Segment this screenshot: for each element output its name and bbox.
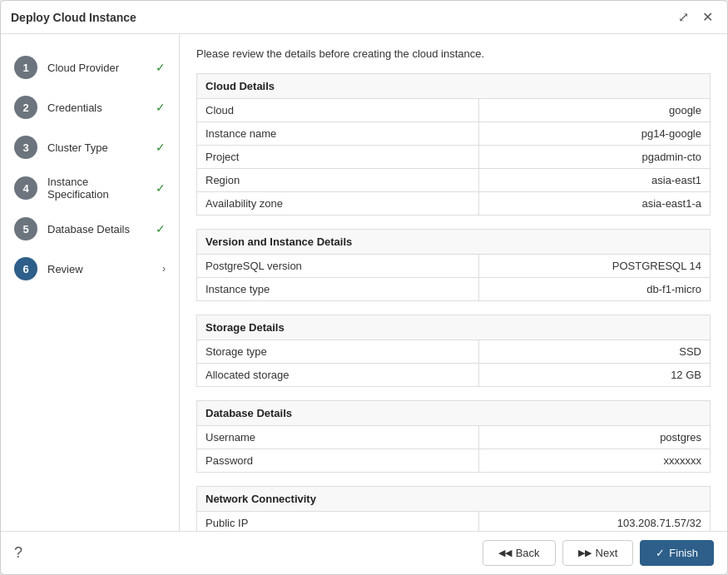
section-header-2: Storage Details: [196, 315, 711, 340]
cell-label-1-0: PostgreSQL version: [197, 255, 479, 278]
sidebar-step-5[interactable]: 5Database Details✓: [1, 209, 179, 249]
cell-label-0-0: Cloud: [197, 99, 479, 122]
step-number-6: 6: [14, 257, 37, 280]
step-number-3: 3: [14, 136, 37, 159]
cell-value-2-1: 12 GB: [479, 364, 711, 387]
cell-label-0-2: Project: [197, 146, 479, 169]
step-check-3: ✓: [156, 141, 166, 154]
table-row: Usernamepostgres: [197, 426, 711, 449]
cell-label-1-1: Instance type: [197, 278, 479, 301]
cell-label-3-0: Username: [197, 426, 479, 449]
dialog-title: Deploy Cloud Instance: [11, 11, 136, 24]
cell-value-0-4: asia-east1-a: [479, 192, 711, 216]
table-row: Regionasia-east1: [197, 169, 711, 192]
section-table-2: Storage typeSSDAllocated storage12 GB: [196, 340, 711, 387]
titlebar-actions: ⤢ ✕: [674, 7, 717, 27]
cell-label-2-0: Storage type: [197, 340, 479, 364]
cell-value-4-0: 103.208.71.57/32: [479, 512, 711, 532]
step-label-1: Cloud Provider: [47, 62, 146, 74]
cell-label-0-4: Availability zone: [197, 192, 479, 216]
cell-value-0-1: pg14-google: [479, 122, 711, 146]
step-label-2: Credentials: [47, 102, 146, 114]
sidebar: 1Cloud Provider✓2Credentials✓3Cluster Ty…: [1, 34, 180, 531]
deploy-cloud-instance-dialog: Deploy Cloud Instance ⤢ ✕ 1Cloud Provide…: [0, 0, 728, 575]
dialog-body: 1Cloud Provider✓2Credentials✓3Cluster Ty…: [1, 34, 727, 531]
section-table-3: UsernamepostgresPasswordxxxxxxx: [196, 425, 711, 473]
step-check-5: ✓: [156, 222, 166, 235]
section-table-4: Public IP103.208.71.57/32: [196, 511, 711, 531]
footer-left: ?: [14, 544, 22, 562]
step-check-4: ✓: [156, 181, 166, 195]
table-row: Projectpgadmin-cto: [197, 146, 711, 169]
table-row: Public IP103.208.71.57/32: [197, 512, 711, 532]
back-button[interactable]: ◀◀ Back: [483, 540, 556, 566]
next-button[interactable]: ▶▶ Next: [562, 540, 634, 566]
cell-value-0-2: pgadmin-cto: [479, 146, 711, 169]
section-header-1: Version and Instance Details: [196, 229, 711, 254]
back-label: Back: [516, 547, 540, 559]
sidebar-step-4[interactable]: 4Instance Specification✓: [1, 167, 179, 209]
section-table-0: CloudgoogleInstance namepg14-googleProje…: [196, 98, 711, 216]
table-row: PostgreSQL versionPOSTGRESQL 14: [197, 255, 711, 278]
table-row: Instance typedb-f1-micro: [197, 278, 711, 301]
cell-value-0-0: google: [479, 99, 711, 122]
help-button[interactable]: ?: [14, 544, 22, 562]
sections-container: Cloud DetailsCloudgoogleInstance namepg1…: [196, 73, 711, 531]
cell-value-1-0: POSTGRESQL 14: [479, 255, 711, 278]
section-table-1: PostgreSQL versionPOSTGRESQL 14Instance …: [196, 254, 711, 301]
step-label-6: Review: [47, 263, 152, 275]
finish-check-icon: ✓: [656, 547, 665, 559]
table-row: Instance namepg14-google: [197, 122, 711, 146]
step-number-4: 4: [14, 176, 37, 200]
finish-button[interactable]: ✓ Finish: [640, 540, 714, 566]
step-number-5: 5: [14, 217, 37, 240]
close-button[interactable]: ✕: [698, 7, 717, 27]
step-arrow-6: ›: [162, 263, 166, 275]
main-content: Please review the details before creatin…: [180, 34, 727, 531]
back-icon: ◀◀: [498, 548, 512, 558]
finish-label: Finish: [669, 547, 698, 559]
next-label: Next: [596, 547, 618, 559]
step-label-3: Cluster Type: [47, 141, 146, 154]
table-row: Cloudgoogle: [197, 99, 711, 122]
step-number-1: 1: [14, 56, 37, 79]
section-header-3: Database Details: [196, 400, 711, 425]
next-icon: ▶▶: [578, 548, 592, 558]
section-header-0: Cloud Details: [196, 73, 711, 98]
cell-value-3-0: postgres: [479, 426, 711, 449]
sidebar-step-1[interactable]: 1Cloud Provider✓: [1, 47, 179, 87]
cell-value-2-0: SSD: [479, 340, 711, 364]
step-check-1: ✓: [156, 61, 166, 74]
sidebar-step-2[interactable]: 2Credentials✓: [1, 87, 179, 127]
dialog-footer: ? ◀◀ Back ▶▶ Next ✓ Finish: [1, 531, 727, 574]
cell-label-0-3: Region: [197, 169, 479, 192]
cell-label-4-0: Public IP: [197, 512, 479, 532]
cell-label-0-1: Instance name: [197, 122, 479, 146]
cell-value-1-1: db-f1-micro: [479, 278, 711, 301]
sidebar-step-6[interactable]: 6Review›: [1, 249, 179, 289]
help-icon: ?: [14, 544, 22, 561]
intro-text: Please review the details before creatin…: [196, 47, 711, 60]
expand-button[interactable]: ⤢: [674, 7, 693, 27]
table-row: Allocated storage12 GB: [197, 364, 711, 387]
sidebar-step-3[interactable]: 3Cluster Type✓: [1, 127, 179, 167]
step-label-5: Database Details: [47, 223, 146, 235]
step-label-4: Instance Specification: [47, 176, 146, 201]
cell-label-2-1: Allocated storage: [197, 364, 479, 387]
step-number-2: 2: [14, 96, 37, 119]
step-check-2: ✓: [156, 101, 166, 114]
table-row: Availability zoneasia-east1-a: [197, 192, 711, 216]
section-header-4: Network Connectivity: [196, 486, 711, 511]
table-row: Passwordxxxxxxx: [197, 449, 711, 473]
cell-value-3-1: xxxxxxx: [479, 449, 711, 473]
table-row: Storage typeSSD: [197, 340, 711, 364]
content-area: Please review the details before creatin…: [180, 34, 727, 531]
cell-label-3-1: Password: [197, 449, 479, 473]
cell-value-0-3: asia-east1: [479, 169, 711, 192]
dialog-titlebar: Deploy Cloud Instance ⤢ ✕: [1, 1, 727, 34]
footer-right: ◀◀ Back ▶▶ Next ✓ Finish: [483, 540, 714, 566]
